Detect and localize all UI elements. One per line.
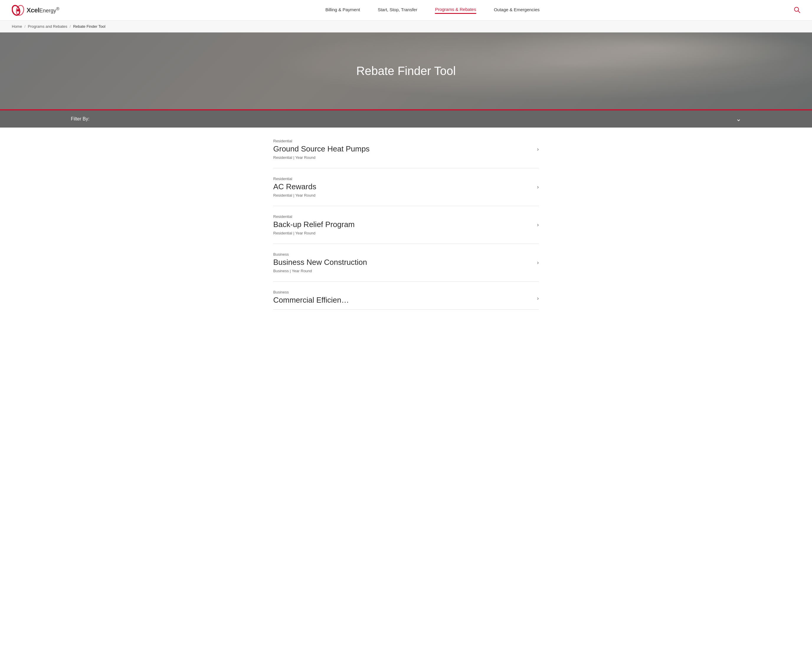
nav-billing-payment[interactable]: Billing & Payment (326, 7, 360, 13)
result-arrow-icon: › (537, 146, 539, 152)
result-arrow-icon: › (537, 260, 539, 266)
result-meta: Business | Year Round (273, 268, 531, 273)
result-item-commercial-efficiency[interactable]: Business Commercial Efficien… › (273, 282, 539, 310)
result-category: Business (273, 252, 531, 256)
result-item-backup-relief[interactable]: Residential Back-up Relief Program Resid… (273, 206, 539, 244)
breadcrumb-current: Rebate Finder Tool (73, 24, 106, 29)
result-arrow-icon: › (537, 295, 539, 301)
result-title: Back-up Relief Program (273, 220, 531, 229)
result-title: AC Rewards (273, 182, 531, 192)
result-content: Residential Ground Source Heat Pumps Res… (273, 139, 531, 160)
logo-xcel: Xcel (27, 7, 39, 14)
search-button[interactable] (794, 7, 800, 14)
result-category: Business (273, 290, 531, 294)
result-content: Business Business New Construction Busin… (273, 252, 531, 273)
nav-outage-emergencies[interactable]: Outage & Emergencies (494, 7, 540, 13)
result-item-business-new-construction[interactable]: Business Business New Construction Busin… (273, 244, 539, 282)
result-category: Residential (273, 139, 531, 143)
result-item-ground-source-heat-pumps[interactable]: Residential Ground Source Heat Pumps Res… (273, 130, 539, 168)
svg-point-2 (17, 9, 19, 12)
breadcrumb-home[interactable]: Home (12, 24, 22, 29)
result-title: Commercial Efficien… (273, 296, 531, 305)
logo-energy: Energy® (39, 6, 59, 14)
result-content: Residential AC Rewards Residential | Yea… (273, 176, 531, 198)
result-category: Residential (273, 176, 531, 181)
search-icon (794, 7, 800, 13)
site-header: Xcel Energy® Billing & Payment Start, St… (0, 0, 812, 21)
logo-text: Xcel Energy® (27, 6, 59, 14)
breadcrumb-sep-1: / (24, 24, 26, 29)
logo[interactable]: Xcel Energy® (12, 4, 59, 17)
filter-label: Filter By: (71, 116, 89, 121)
result-arrow-icon: › (537, 222, 539, 228)
main-nav: Billing & Payment Start, Stop, Transfer … (77, 7, 788, 14)
xcel-logo-icon (12, 4, 24, 17)
result-title: Business New Construction (273, 258, 531, 267)
result-title: Ground Source Heat Pumps (273, 144, 531, 154)
result-meta: Residential | Year Round (273, 193, 531, 198)
hero-title: Rebate Finder Tool (356, 64, 455, 78)
svg-line-4 (798, 10, 800, 13)
result-content: Residential Back-up Relief Program Resid… (273, 214, 531, 235)
result-item-ac-rewards[interactable]: Residential AC Rewards Residential | Yea… (273, 168, 539, 206)
nav-start-stop-transfer[interactable]: Start, Stop, Transfer (378, 7, 417, 13)
filter-bar[interactable]: Filter By: ⌄ (0, 110, 812, 128)
result-arrow-icon: › (537, 184, 539, 190)
result-meta: Residential | Year Round (273, 155, 531, 160)
filter-chevron-icon[interactable]: ⌄ (736, 115, 741, 123)
result-content: Business Commercial Efficien… (273, 290, 531, 306)
breadcrumb-programs-rebates[interactable]: Programs and Rebates (28, 24, 67, 29)
breadcrumb-sep-2: / (70, 24, 71, 29)
hero-section: Rebate Finder Tool (0, 32, 812, 109)
nav-programs-rebates[interactable]: Programs & Rebates (435, 7, 476, 14)
breadcrumb: Home / Programs and Rebates / Rebate Fin… (0, 21, 812, 32)
results-list: Residential Ground Source Heat Pumps Res… (261, 130, 551, 310)
result-meta: Residential | Year Round (273, 231, 531, 235)
result-category: Residential (273, 214, 531, 219)
